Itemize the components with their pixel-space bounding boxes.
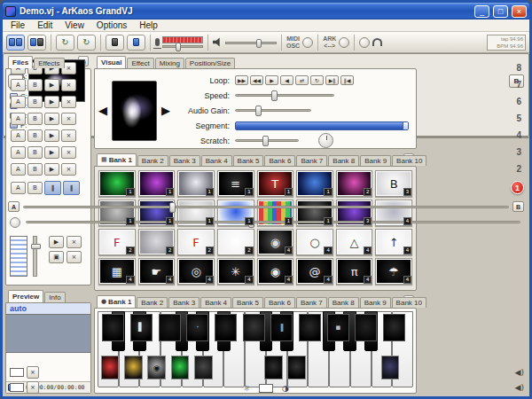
tab-mixing[interactable]: Mixing: [155, 58, 184, 68]
layer-1-b-button[interactable]: B: [27, 182, 43, 194]
channel-a-speaker-icon[interactable]: ◀): [515, 368, 524, 377]
keyboard-clip[interactable]: [287, 356, 306, 380]
menu-item-view[interactable]: View: [59, 20, 90, 32]
layer-fader-track[interactable]: [33, 236, 37, 277]
keyboard-clip[interactable]: ·: [186, 314, 208, 341]
crossfader-track[interactable]: [23, 206, 509, 208]
layer-6-a-button[interactable]: A: [11, 96, 26, 108]
layer-fader-thumb[interactable]: [31, 244, 41, 249]
crossfader-b-button[interactable]: B: [512, 201, 524, 212]
master-speed-knob[interactable]: [10, 217, 20, 228]
fx-button[interactable]: ×: [66, 251, 82, 263]
menu-item-options[interactable]: Options: [90, 20, 133, 32]
keyboard-clip[interactable]: [171, 356, 190, 380]
keyboard-clip[interactable]: ◉: [147, 356, 166, 380]
keyboard-clip[interactable]: ▪: [327, 314, 349, 341]
kb-bank-tab-bank-4[interactable]: Bank 4: [200, 297, 231, 308]
layer-5-b-button[interactable]: B: [27, 113, 43, 125]
cue-list[interactable]: [10, 236, 27, 277]
layer-2-a-button[interactable]: A: [11, 163, 26, 176]
keyboard-clip[interactable]: [299, 314, 321, 341]
kb-bank-tab-bank-7[interactable]: Bank 7: [296, 297, 327, 308]
mic-gain-slider[interactable]: [162, 45, 203, 48]
keyboard-clip[interactable]: [194, 356, 213, 380]
tab-effect[interactable]: Effect: [127, 58, 153, 68]
crossfader-thumb[interactable]: [169, 202, 176, 213]
keyboard-clip[interactable]: [124, 356, 143, 380]
layout-dual-button[interactable]: [27, 35, 46, 51]
minimize-button[interactable]: _: [474, 5, 489, 18]
bank-tab-bank-4[interactable]: Bank 4: [201, 155, 232, 166]
fullscreen-button[interactable]: [106, 35, 124, 51]
midi-led-button[interactable]: [302, 37, 313, 48]
layer-6-stop-button[interactable]: ×: [61, 96, 76, 108]
channel-a-mute-button[interactable]: ×: [27, 366, 39, 379]
layer-4-b-button[interactable]: B: [27, 129, 43, 142]
crossfader-a-button[interactable]: A: [8, 201, 20, 212]
channel-b-mute-button[interactable]: ×: [27, 381, 39, 394]
monitor-led-button[interactable]: [359, 37, 370, 48]
fx-button[interactable]: ▶: [49, 236, 64, 248]
kb-bank-tab-bank-9[interactable]: Bank 9: [360, 297, 391, 308]
bank-tab-bank-6[interactable]: Bank 6: [264, 155, 295, 166]
layout-single-button[interactable]: [6, 35, 25, 51]
layer-1-pause-a-button[interactable]: ‖: [44, 181, 61, 195]
bank-tab-bank-2[interactable]: Bank 2: [137, 155, 168, 166]
layer-6-b-button[interactable]: B: [27, 96, 43, 108]
keyboard-clip[interactable]: [264, 356, 283, 380]
layer-3-stop-button[interactable]: ×: [61, 146, 76, 159]
slider-thumb[interactable]: [176, 43, 181, 51]
channel-b-speaker-icon[interactable]: ◀): [515, 383, 524, 392]
bank-tab-bank-3[interactable]: Bank 3: [169, 155, 200, 166]
keyboard-clip[interactable]: [243, 314, 265, 341]
menu-item-help[interactable]: Help: [133, 20, 164, 32]
channel-a-screen-icon[interactable]: [10, 368, 24, 377]
layer-3-b-button[interactable]: B: [27, 146, 43, 159]
keyboard-clip[interactable]: [101, 356, 120, 380]
keyboard-clip[interactable]: [383, 314, 405, 341]
bank-tab-bank-5[interactable]: Bank 5: [233, 155, 264, 166]
layer-7-a-button[interactable]: A: [11, 79, 26, 91]
keyboard-clip[interactable]: ▌: [130, 314, 153, 341]
tab-visual[interactable]: Visual: [97, 56, 126, 68]
kb-bank-tab-bank-2[interactable]: Bank 2: [137, 297, 168, 308]
close-button[interactable]: ×: [512, 5, 527, 18]
layer-2-stop-button[interactable]: ×: [61, 163, 76, 176]
keyboard-clip[interactable]: [355, 314, 377, 341]
tab-info[interactable]: Info: [44, 292, 65, 302]
kb-bank-tab-bank-5[interactable]: Bank 5: [232, 297, 263, 308]
layer-3-a-button[interactable]: A: [11, 146, 26, 159]
tab-position-size[interactable]: Position/Size: [185, 58, 235, 68]
keyboard-clip[interactable]: [102, 314, 124, 341]
layer-4-play-button[interactable]: ▶: [44, 129, 59, 142]
layer-4-a-button[interactable]: A: [11, 129, 26, 142]
tab-files[interactable]: Files: [8, 56, 33, 68]
bank-tab-bank-10[interactable]: Bank 10: [392, 155, 426, 166]
channel-b-screen-icon[interactable]: [10, 383, 24, 392]
fx-button[interactable]: ▣: [49, 251, 64, 263]
sync-b-button[interactable]: ↻: [77, 35, 96, 51]
output-toggle-button[interactable]: [127, 35, 145, 51]
layer-1-a-button[interactable]: A: [11, 182, 26, 194]
layer-7-b-button[interactable]: B: [27, 79, 43, 91]
master-speed-slider[interactable]: [26, 221, 520, 223]
slider-thumb[interactable]: [256, 39, 262, 48]
bank-tab-bank-8[interactable]: Bank 8: [328, 155, 359, 166]
layer-5-stop-button[interactable]: ×: [61, 113, 76, 125]
bank-tab-bank-9[interactable]: Bank 9: [360, 155, 391, 166]
master-volume-slider[interactable]: [225, 42, 277, 44]
kb-bank-tab-bank-10[interactable]: Bank 10: [392, 297, 426, 308]
kb-bank-tab-bank-6[interactable]: Bank 6: [264, 297, 295, 308]
kb-bank-tab-bank-3[interactable]: Bank 3: [168, 297, 200, 308]
keyboard-clip[interactable]: [215, 314, 237, 341]
tab-effects[interactable]: Effects: [34, 58, 64, 68]
layer-7-play-button[interactable]: ▶: [44, 79, 59, 91]
bank-tab-bank-1[interactable]: ▦Bank 1: [97, 153, 137, 166]
maximize-button[interactable]: □: [493, 5, 508, 18]
menu-item-edit[interactable]: Edit: [31, 20, 59, 32]
layer-3-play-button[interactable]: ▶: [44, 146, 59, 159]
kb-bank-tab-bank-8[interactable]: Bank 8: [328, 297, 359, 308]
layer-1-pause-b-button[interactable]: ‖: [63, 181, 80, 195]
layer-5-play-button[interactable]: ▶: [44, 113, 59, 125]
bank-tab-bank-7[interactable]: Bank 7: [296, 155, 327, 166]
